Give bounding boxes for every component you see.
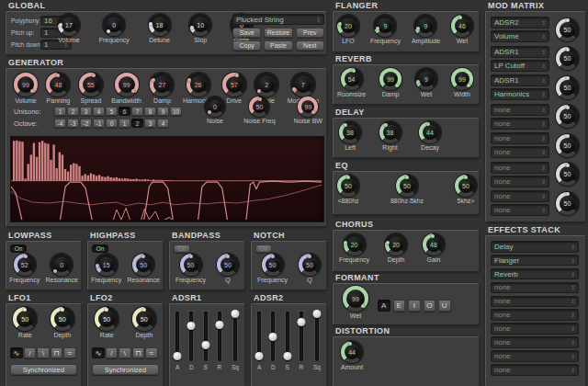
- effect-slot-select[interactable]: none⇕: [491, 282, 579, 294]
- unisono-4-button[interactable]: 4: [93, 107, 105, 116]
- sq-slider[interactable]: Sq: [313, 312, 321, 370]
- vowel-e-button[interactable]: E: [393, 300, 406, 312]
- random-wave-icon[interactable]: ≈: [145, 347, 158, 358]
- highpass-on-button[interactable]: On: [92, 244, 108, 253]
- mod-target-select[interactable]: none⇕: [491, 176, 549, 187]
- lfo2-synchronized-button[interactable]: Synchronized: [92, 364, 159, 375]
- 880hz-5khz-knob[interactable]: 50880hz-5khz: [390, 175, 424, 204]
- effect-slot-select[interactable]: none⇕: [491, 309, 579, 321]
- s-slider[interactable]: S: [204, 312, 208, 370]
- sine-wave-icon[interactable]: ∿: [92, 347, 105, 358]
- mod-target-select[interactable]: none⇕: [491, 204, 549, 216]
- octave-3-button[interactable]: -3: [67, 119, 79, 128]
- damp-knob[interactable]: 27Damp: [150, 73, 174, 104]
- volume-knob[interactable]: 17Volume: [58, 14, 80, 43]
- octave-4-button[interactable]: 4: [157, 119, 169, 128]
- wet-knob[interactable]: 9Wet: [415, 68, 437, 97]
- detune-knob[interactable]: 18Detune: [149, 14, 171, 43]
- slider-thumb[interactable]: [215, 321, 223, 329]
- r-slider[interactable]: R: [300, 312, 304, 370]
- slider-thumb[interactable]: [255, 352, 264, 360]
- rate-knob[interactable]: 50Rate: [13, 307, 37, 338]
- a-slider[interactable]: A: [257, 312, 261, 370]
- wet-knob[interactable]: 46Wet: [451, 15, 473, 44]
- left-knob[interactable]: 38Left: [339, 121, 361, 151]
- mod-source-select[interactable]: none⇕: [491, 190, 549, 202]
- octave-2-button[interactable]: 2: [131, 119, 143, 128]
- gain-knob[interactable]: 48Gain: [423, 233, 445, 263]
- roomsize-knob[interactable]: 54Roomsize: [337, 68, 366, 97]
- square-wave-icon[interactable]: ⊓: [132, 347, 145, 358]
- paste-button[interactable]: Paste: [264, 40, 292, 51]
- octave-0-button[interactable]: 0: [106, 119, 118, 128]
- slider-track[interactable]: [300, 312, 303, 361]
- mod-amount-knob[interactable]: 50: [556, 192, 579, 215]
- saw-down-icon[interactable]: \: [37, 347, 50, 358]
- octave-1-button[interactable]: 1: [119, 119, 130, 128]
- 5khz-knob[interactable]: 505khz>: [455, 175, 477, 204]
- unisono-10-button[interactable]: 10: [170, 107, 182, 116]
- q-knob[interactable]: 50Q: [217, 254, 239, 283]
- octave-3-button[interactable]: 3: [144, 119, 156, 128]
- noise-knob[interactable]: 0Noise: [205, 96, 225, 124]
- prev-button[interactable]: Prev: [296, 28, 324, 38]
- width-knob[interactable]: 99Width: [451, 68, 473, 97]
- next-button[interactable]: Next: [296, 40, 324, 51]
- mod-target-select[interactable]: LP Cutoff⇕: [491, 60, 549, 72]
- lowpass-on-button[interactable]: On: [10, 244, 27, 253]
- slop-knob[interactable]: 10Slop: [189, 14, 211, 43]
- bandwidth-knob[interactable]: 99Bandwidth: [111, 73, 141, 104]
- d-slider[interactable]: D: [189, 312, 194, 370]
- slider-thumb[interactable]: [283, 352, 291, 360]
- vowel-a-button[interactable]: A: [378, 300, 390, 312]
- effect-slot-select[interactable]: none⇕: [491, 336, 579, 348]
- frequency-knob[interactable]: 9Frequency: [370, 15, 401, 44]
- frequency-knob[interactable]: 15Frequency: [91, 254, 121, 283]
- mod-source-select[interactable]: none⇕: [491, 132, 549, 144]
- s-slider[interactable]: S: [286, 312, 289, 370]
- random-wave-icon[interactable]: ≈: [63, 347, 76, 358]
- unisono-2-button[interactable]: 2: [67, 107, 79, 116]
- mod-target-select[interactable]: Harmonics⇕: [491, 88, 549, 100]
- restore-button[interactable]: Restore: [264, 28, 292, 38]
- unisono-5-button[interactable]: 5: [106, 107, 118, 116]
- unisono-8-button[interactable]: 8: [144, 107, 156, 116]
- mod-source-select[interactable]: ADSR2⇕: [491, 17, 549, 28]
- slider-thumb[interactable]: [269, 333, 277, 341]
- slider-thumb[interactable]: [174, 352, 182, 360]
- mod-target-select[interactable]: none⇕: [491, 118, 549, 130]
- mod-target-select[interactable]: none⇕: [491, 146, 549, 158]
- saw-up-icon[interactable]: /: [24, 347, 37, 358]
- unisono-7-button[interactable]: 7: [131, 107, 143, 116]
- slider-track[interactable]: [286, 312, 289, 361]
- mod-amount-knob[interactable]: 50: [556, 18, 579, 41]
- slider-thumb[interactable]: [297, 318, 305, 326]
- mod-amount-knob[interactable]: 50: [556, 105, 579, 128]
- mod-amount-knob[interactable]: 50: [556, 76, 579, 99]
- copy-button[interactable]: Copy: [232, 40, 261, 51]
- mod-source-select[interactable]: ADSR1⇕: [491, 74, 549, 86]
- slider-track[interactable]: [257, 312, 261, 361]
- mod-source-select[interactable]: ADSR1⇕: [491, 46, 549, 58]
- preset-select[interactable]: Plucked String⇕: [232, 14, 324, 25]
- mod-target-select[interactable]: Volume⇕: [491, 30, 549, 42]
- rate-knob[interactable]: 50Rate: [95, 307, 119, 338]
- slider-thumb[interactable]: [201, 341, 209, 349]
- lfo1-synchronized-button[interactable]: Synchronized: [10, 364, 77, 375]
- frequency-knob[interactable]: 50Frequency: [175, 254, 206, 283]
- depth-knob[interactable]: 20Depth: [385, 233, 407, 263]
- frequency-knob[interactable]: 50Frequency: [257, 254, 288, 283]
- panning-knob[interactable]: 48Panning: [46, 73, 70, 104]
- amount-knob[interactable]: 44Amount: [341, 341, 363, 370]
- resonance-knob[interactable]: 50Resonance: [127, 254, 159, 283]
- lfo-knob[interactable]: 20LFO: [337, 15, 359, 44]
- save-button[interactable]: Save: [232, 28, 261, 38]
- spread-knob[interactable]: 55Spread: [79, 73, 103, 104]
- unisono-3-button[interactable]: 3: [80, 107, 92, 116]
- q-knob[interactable]: 50Q: [299, 254, 321, 283]
- frequency-knob[interactable]: 0Frequency: [99, 14, 130, 43]
- slider-track[interactable]: [233, 312, 237, 361]
- a-slider[interactable]: A: [175, 312, 179, 370]
- unisono-6-button[interactable]: 6: [119, 107, 130, 116]
- octave-4-button[interactable]: -4: [54, 119, 66, 128]
